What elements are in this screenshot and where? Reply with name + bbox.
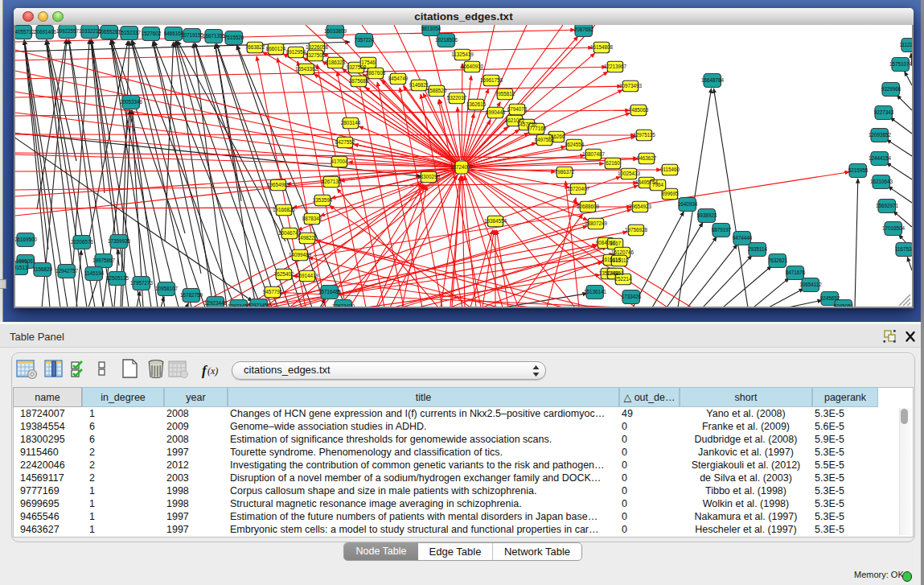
svg-text:62160: 62160 xyxy=(606,160,620,166)
svg-text:252214: 252214 xyxy=(614,276,632,282)
svg-text:7625402: 7625402 xyxy=(274,271,294,277)
svg-text:18807249: 18807249 xyxy=(585,220,608,226)
svg-text:12444154: 12444154 xyxy=(869,155,892,161)
svg-text:1865061: 1865061 xyxy=(16,258,36,264)
svg-text:15692971: 15692971 xyxy=(876,203,899,208)
svg-text:899695: 899695 xyxy=(661,191,679,196)
svg-text:(x): (x) xyxy=(207,365,218,377)
svg-text:16543362: 16543362 xyxy=(295,66,318,72)
svg-text:9329966: 9329966 xyxy=(881,86,901,92)
svg-text:8454749: 8454749 xyxy=(388,76,409,81)
svg-text:9146821: 9146821 xyxy=(409,82,429,88)
svg-text:7515526: 7515526 xyxy=(224,35,244,40)
svg-text:10973493: 10973493 xyxy=(619,83,643,89)
svg-text:7663822: 7663822 xyxy=(245,44,265,50)
svg-text:2803144: 2803144 xyxy=(341,120,361,126)
svg-text:19975867: 19975867 xyxy=(92,257,116,263)
svg-text:15751074: 15751074 xyxy=(889,61,912,67)
svg-text:7357224: 7357224 xyxy=(355,37,375,43)
svg-text:16914479: 16914479 xyxy=(296,273,319,278)
svg-text:7955812: 7955812 xyxy=(495,91,515,97)
svg-text:9227343: 9227343 xyxy=(874,109,894,115)
svg-text:16648784: 16648784 xyxy=(701,77,725,83)
svg-text:14099489: 14099489 xyxy=(289,252,312,257)
svg-text:16671355: 16671355 xyxy=(203,33,226,39)
svg-text:12923452: 12923452 xyxy=(248,303,271,307)
svg-text:26169500: 26169500 xyxy=(15,237,37,242)
svg-text:2867608: 2867608 xyxy=(366,70,386,76)
svg-text:3624554: 3624554 xyxy=(565,142,585,147)
svg-text:19654923: 19654923 xyxy=(629,204,652,209)
svg-text:5322037: 5322037 xyxy=(447,95,467,101)
svg-text:16210643: 16210643 xyxy=(870,179,893,184)
svg-text:18724007: 18724007 xyxy=(450,164,474,170)
svg-text:10025433: 10025433 xyxy=(618,171,641,176)
svg-text:3667: 3667 xyxy=(610,241,622,246)
svg-text:8427552: 8427552 xyxy=(335,139,355,145)
svg-text:7485063: 7485063 xyxy=(629,107,649,113)
svg-text:9245652: 9245652 xyxy=(820,295,840,301)
svg-text:9245051: 9245051 xyxy=(834,303,854,307)
svg-text:12942757: 12942757 xyxy=(55,268,79,274)
svg-text:3875685: 3875685 xyxy=(349,78,369,84)
svg-text:20206576: 20206576 xyxy=(71,239,94,245)
svg-text:1156829: 1156829 xyxy=(33,266,53,272)
svg-text:19654983: 19654983 xyxy=(267,182,290,187)
svg-text:19922557: 19922557 xyxy=(56,28,80,34)
svg-text:15136141: 15136141 xyxy=(584,289,607,295)
svg-text:16961758: 16961758 xyxy=(480,77,503,83)
svg-text:1167534: 1167534 xyxy=(895,246,912,252)
svg-text:1990443: 1990443 xyxy=(486,109,506,115)
svg-text:12505135: 12505135 xyxy=(106,275,129,281)
svg-text:20053346: 20053346 xyxy=(120,99,143,105)
svg-text:7964: 7964 xyxy=(652,182,664,187)
svg-text:9474444: 9474444 xyxy=(733,235,753,241)
svg-text:1640934: 1640934 xyxy=(678,201,698,207)
svg-text:1527602: 1527602 xyxy=(142,31,162,36)
svg-text:2087682: 2087682 xyxy=(574,27,594,32)
svg-text:13226058: 13226058 xyxy=(306,44,329,50)
svg-text:124851: 124851 xyxy=(606,270,624,276)
svg-text:8215955: 8215955 xyxy=(848,167,869,173)
svg-text:2935114: 2935114 xyxy=(748,246,768,252)
svg-text:1615112: 1615112 xyxy=(610,257,630,263)
svg-text:10688609: 10688609 xyxy=(577,204,600,209)
svg-text:3267130: 3267130 xyxy=(322,179,342,184)
svg-text:16120746: 16120746 xyxy=(611,249,634,255)
svg-text:11325419: 11325419 xyxy=(451,51,474,57)
svg-text:10654112: 10654112 xyxy=(799,282,822,287)
svg-text:6794078: 6794078 xyxy=(507,106,528,112)
svg-text:8813054: 8813054 xyxy=(421,26,441,31)
svg-text:391513: 391513 xyxy=(15,265,28,270)
svg-text:9115460: 9115460 xyxy=(660,167,680,172)
svg-text:17546: 17546 xyxy=(361,60,376,65)
svg-text:8660124: 8660124 xyxy=(266,46,286,51)
svg-text:16154808: 16154808 xyxy=(590,44,614,50)
svg-text:19166825: 19166825 xyxy=(273,207,296,212)
svg-text:1498222: 1498222 xyxy=(298,235,318,241)
svg-text:19384554: 19384554 xyxy=(484,218,507,224)
svg-text:10807487: 10807487 xyxy=(582,151,606,157)
svg-text:9463627: 9463627 xyxy=(637,155,657,161)
svg-text:8186323: 8186323 xyxy=(326,60,346,65)
svg-text:19218506: 19218506 xyxy=(435,37,458,43)
svg-text:12923448: 12923448 xyxy=(204,300,228,306)
svg-text:7986372: 7986372 xyxy=(555,169,575,175)
svg-text:12923400: 12923400 xyxy=(332,303,355,307)
svg-text:14055712: 14055712 xyxy=(15,29,35,35)
svg-text:9777169: 9777169 xyxy=(527,126,547,131)
svg-text:8471676: 8471676 xyxy=(786,270,806,275)
svg-text:12975115: 12975115 xyxy=(633,132,655,138)
svg-text:12093852: 12093852 xyxy=(869,132,892,138)
svg-text:6879197: 6879197 xyxy=(712,227,732,233)
svg-text:9457791: 9457791 xyxy=(263,289,283,295)
svg-text:15152337: 15152337 xyxy=(118,30,142,35)
svg-text:10958107: 10958107 xyxy=(155,286,179,291)
svg-text:15716485: 15716485 xyxy=(318,289,342,295)
svg-text:417004: 417004 xyxy=(331,159,348,164)
svg-text:1362615: 1362615 xyxy=(466,101,487,107)
svg-text:11122334: 11122334 xyxy=(899,42,912,47)
svg-text:20691406: 20691406 xyxy=(34,29,57,35)
svg-text:17016504: 17016504 xyxy=(882,225,906,231)
svg-text:10719155: 10719155 xyxy=(181,32,204,38)
